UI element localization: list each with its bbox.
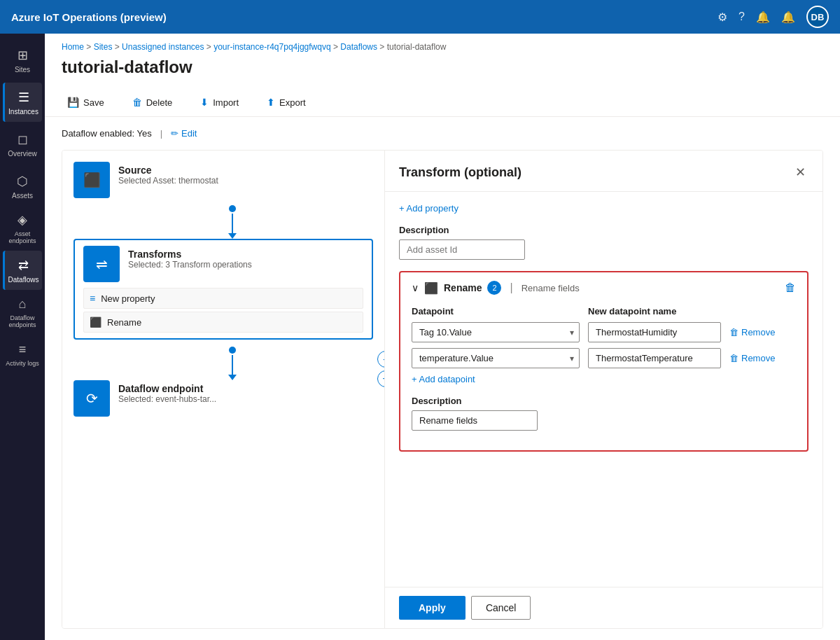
panel-header: Transform (optional) ✕ <box>385 151 822 192</box>
transform-to-endpoint-connector: + − <box>92 345 373 380</box>
panel-title: Transform (optional) <box>399 165 522 180</box>
sidebar-item-dataflow-endpoints[interactable]: ⌂ Dataflow endpoints <box>3 293 42 332</box>
page-title: tutorial-dataflow <box>62 57 823 77</box>
assets-icon: ⬡ <box>17 174 28 189</box>
new-datapoint-col-label: New datapoint name <box>588 306 714 316</box>
edit-button[interactable]: ✏ Edit <box>171 128 197 139</box>
remove-row-1-button[interactable]: 🗑 Remove <box>729 327 775 338</box>
panel-content: + Add property Description ∨ <box>385 192 822 587</box>
breadcrumb-instance[interactable]: your-instance-r4q7pq4jggfwqvq <box>214 42 330 52</box>
sidebar-item-label: Instances <box>8 108 38 116</box>
datapoint-col-label: Datapoint <box>412 306 580 316</box>
transform-icon: ⇌ <box>96 256 108 272</box>
delete-button[interactable]: 🗑 Delete <box>127 94 178 111</box>
main-content: Home > Sites > Unassigned instances > yo… <box>45 34 840 640</box>
sidebar-item-activity-logs[interactable]: ≡ Activity logs <box>3 335 42 374</box>
datapoint-select-1[interactable]: Tag 10.Value <box>412 322 580 342</box>
breadcrumb-unassigned-instances[interactable]: Unassigned instances <box>122 42 204 52</box>
datapoint-row: Tag 10.Value ▾ 🗑 Remove <box>412 322 796 342</box>
list-icon: ≡ <box>90 293 95 304</box>
top-navigation: Azure IoT Operations (preview) ⚙ ? 🔔 🔔 D… <box>0 0 840 34</box>
delete-rename-button[interactable]: 🗑 <box>785 281 796 294</box>
rename-section-icon: ⬛ <box>424 281 438 295</box>
source-node[interactable]: ⬛ Source Selected Asset: thermostat <box>74 162 373 198</box>
remove-node-button[interactable]: − <box>377 370 384 387</box>
sidebar-item-asset-endpoints[interactable]: ◈ Asset endpoints <box>3 209 42 248</box>
new-property-item[interactable]: ≡ New property <box>83 288 363 309</box>
description-label: Description <box>399 225 808 235</box>
add-property-button[interactable]: + Add property <box>399 203 808 214</box>
rename-header: ∨ ⬛ Rename 2 | Rename fields 🗑 <box>412 281 796 295</box>
transforms-node[interactable]: ⇌ Transforms Selected: 3 Transform opera… <box>74 239 373 340</box>
alert-bell-icon[interactable]: 🔔 <box>781 11 795 24</box>
new-name-input-2[interactable] <box>588 348 721 368</box>
rename-label: Rename <box>107 317 141 328</box>
toolbar: 💾 Save 🗑 Delete ⬇ Import ⬆ Export <box>45 88 840 117</box>
sidebar-item-label: Dataflows <box>8 276 39 284</box>
delete-icon: 🗑 <box>132 97 142 108</box>
rename-item[interactable]: ⬛ Rename <box>83 312 363 333</box>
rename-fields-label: Rename fields <box>522 283 580 293</box>
dataflow-canvas: ⬛ Source Selected Asset: thermostat <box>62 150 823 629</box>
asset-endpoints-icon: ◈ <box>18 212 27 228</box>
collapse-icon[interactable]: ∨ <box>412 282 419 293</box>
rename-description-input[interactable] <box>412 410 538 431</box>
breadcrumb-home[interactable]: Home <box>62 42 84 52</box>
dataflow-area: Dataflow enabled: Yes | ✏ Edit ⬛ <box>45 117 840 640</box>
sidebar-item-label: Asset endpoints <box>3 230 42 244</box>
connector-arrow <box>228 233 237 239</box>
transform-node-icon: ⇌ <box>83 246 120 282</box>
rename-count-badge: 2 <box>487 281 501 295</box>
edit-icon: ✏ <box>171 128 178 139</box>
add-datapoint-label: + Add datapoint <box>412 374 475 384</box>
import-button[interactable]: ⬇ Import <box>195 94 244 111</box>
breadcrumb-sites[interactable]: Sites <box>94 42 113 52</box>
sidebar: ⊞ Sites ☰ Instances ◻ Overview ⬡ Assets … <box>0 34 45 640</box>
sidebar-item-sites[interactable]: ⊞ Sites <box>3 41 42 80</box>
connector-arrow2 <box>228 375 237 380</box>
remove-row-2-button[interactable]: 🗑 Remove <box>729 353 775 363</box>
activity-logs-icon: ≡ <box>19 342 27 357</box>
rename-desc-label: Description <box>412 396 796 406</box>
add-datapoint-button[interactable]: + Add datapoint <box>412 374 796 384</box>
settings-icon[interactable]: ⚙ <box>718 11 727 24</box>
rename-icon: ⬛ <box>90 316 102 328</box>
add-node-button[interactable]: + <box>377 351 384 368</box>
datapoint-select-wrapper-2: temperature.Value ▾ <box>412 348 580 368</box>
apply-button[interactable]: Apply <box>399 596 465 620</box>
sidebar-item-assets[interactable]: ⬡ Assets <box>3 167 42 206</box>
breadcrumb-current: tutorial-dataflow <box>387 42 447 52</box>
sidebar-item-dataflows[interactable]: ⇄ Dataflows <box>3 251 42 290</box>
dataflows-icon: ⇄ <box>18 258 29 273</box>
export-button[interactable]: ⬆ Export <box>261 94 312 111</box>
connector-dot-top2 <box>229 347 236 354</box>
app-title: Azure IoT Operations (preview) <box>11 11 718 23</box>
sidebar-item-label: Activity logs <box>6 360 39 367</box>
breadcrumb-dataflows[interactable]: Dataflows <box>340 42 377 52</box>
save-button[interactable]: 💾 Save <box>62 94 110 111</box>
panel-close-button[interactable]: ✕ <box>792 162 808 183</box>
connector-line <box>232 214 233 233</box>
cancel-button[interactable]: Cancel <box>471 596 531 620</box>
save-icon: 💾 <box>67 97 79 108</box>
dataflow-enabled-bar: Dataflow enabled: Yes | ✏ Edit <box>62 128 823 139</box>
help-icon[interactable]: ? <box>738 11 745 23</box>
instances-icon: ☰ <box>18 90 29 105</box>
transforms-title: Transforms <box>128 249 252 260</box>
sidebar-item-overview[interactable]: ◻ Overview <box>3 125 42 164</box>
description-input[interactable] <box>399 239 525 260</box>
source-node-title: Source <box>118 165 218 176</box>
dataflow-status: Dataflow enabled: Yes <box>62 128 152 139</box>
endpoint-icon-glyph: ⟳ <box>86 390 98 407</box>
datapoint-select-2[interactable]: temperature.Value <box>412 348 580 368</box>
sidebar-item-instances[interactable]: ☰ Instances <box>3 83 42 122</box>
user-avatar[interactable]: DB <box>806 6 829 28</box>
overview-icon: ◻ <box>18 132 28 147</box>
rename-description-group: Description <box>412 396 796 431</box>
source-node-subtitle: Selected Asset: thermostat <box>118 176 218 186</box>
sidebar-item-label: Overview <box>8 150 37 158</box>
endpoint-node[interactable]: ⟳ Dataflow endpoint Selected: event-hubs… <box>74 380 373 417</box>
new-name-input-1[interactable] <box>588 322 721 342</box>
nav-icons: ⚙ ? 🔔 🔔 DB <box>718 6 829 28</box>
notification-bell-icon[interactable]: 🔔 <box>756 11 770 24</box>
